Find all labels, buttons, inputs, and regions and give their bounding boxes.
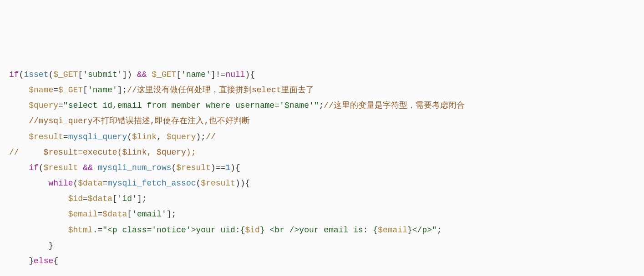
code-token: [ [112,194,117,203]
code-token: "<p class='notice'>your uid:{ [102,226,245,235]
code-token: null [225,70,245,79]
code-token: //这里没有做任何处理，直接拼到select里面去了 [127,85,314,95]
code-token: } [48,241,53,250]
code-token: 'submit' [83,70,122,79]
code-token: //mysqi_query不打印错误描述,即使存在注入,也不好判断 [29,116,250,125]
code-token: $link [132,132,157,141]
code-token: ( [48,70,53,79]
code-token: 1 [225,163,230,172]
code-token [78,163,83,172]
code-token: )== [211,163,225,172]
code-token: mysqli_fetch_assoc [107,179,196,188]
code-token: ]; [117,85,127,95]
code-token: }</p>" [407,226,437,235]
code-token: [ [127,210,132,219]
code-token: , [157,132,167,141]
code-token: // $result=execute($link, $query); [9,148,196,157]
code-token: mysqli_query [68,132,127,141]
code-token: $result [176,163,211,172]
code-content: if(isset($_GET['submit']) && $_GET['name… [9,67,635,276]
code-token: if [9,70,19,79]
code-token: isset [24,70,48,79]
code-token: $_GET [152,70,176,79]
code-token: { [53,256,58,266]
code-token: $result [201,179,235,188]
code-token: ( [19,70,24,79]
code-token: = [97,210,102,219]
code-token: 'name' [88,85,117,95]
code-token: $_GET [53,70,78,79]
code-token: ( [127,132,132,141]
code-token: ]!= [211,70,225,79]
code-token: else [34,256,53,266]
code-token: // [206,132,216,141]
code-token: if [29,163,39,172]
code-token: ]; [167,210,177,219]
code-token: mysqli_num_rows [98,163,172,172]
code-token: $name [29,85,53,95]
code-token: .= [93,226,103,235]
code-token: && [137,70,147,79]
code-token: && [83,163,93,172]
code-token: $data [88,194,112,203]
code-token: $query [29,101,58,110]
code-token: [ [78,70,83,79]
code-token: //这里的变量是字符型，需要考虑闭合 [324,101,465,110]
code-token: $data [102,210,127,219]
code-token: $email [68,210,98,219]
code-token: ); [196,132,206,141]
code-token: while [48,179,73,188]
code-token: $id [68,194,83,203]
code-token: ){ [245,70,255,79]
code-token: ( [172,163,177,172]
code-token: ]; [137,194,147,203]
code-token: "select id,email from member where usern… [63,101,319,110]
code-token: 'name' [181,70,211,79]
code-token: $email [378,226,407,235]
code-token: = [53,85,58,95]
code-token: = [58,101,63,110]
code-token: ]) [122,70,137,79]
code-token: $query [167,132,196,141]
code-token: = [63,132,68,141]
code-token: [ [176,70,181,79]
code-token: ; [437,226,442,235]
code-token: $_GET [58,85,83,95]
code-block: if(isset($_GET['submit']) && $_GET['name… [9,67,635,276]
code-token: ){ [230,163,240,172]
code-token: $result [29,132,63,141]
code-token: = [83,194,88,203]
code-token: )){ [235,179,250,188]
code-token: [ [83,85,88,95]
code-token: } [29,256,34,266]
code-token: $html [68,226,93,235]
code-token: ( [39,163,44,172]
code-token [147,70,152,79]
code-token: 'email' [132,210,167,219]
code-token [93,163,98,172]
code-token: $data [78,179,102,188]
code-token: ; [319,101,324,110]
code-token: 'id' [117,194,137,203]
code-token: $id [245,226,260,235]
code-token: = [102,179,107,188]
code-token: } <br />your email is: { [260,226,378,235]
code-token: $result [44,163,78,172]
code-token: ( [196,179,201,188]
code-token: ( [73,179,78,188]
